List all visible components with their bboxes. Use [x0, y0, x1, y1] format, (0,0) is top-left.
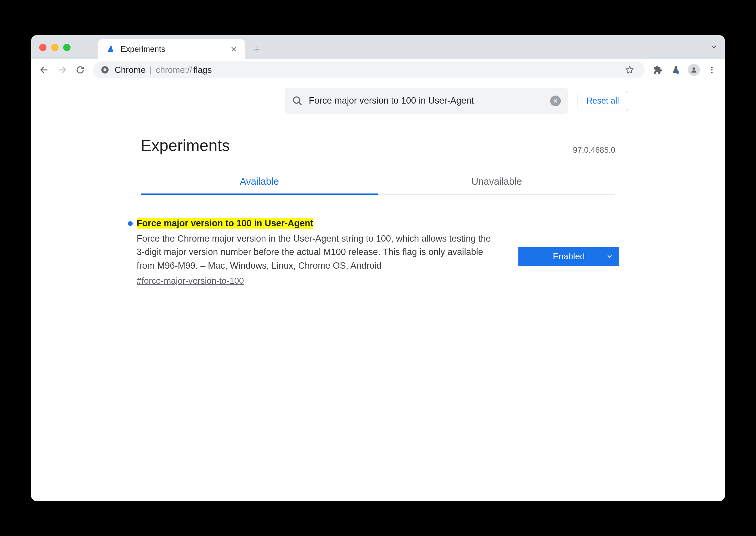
window-maximize-button[interactable] [63, 44, 71, 51]
avatar-icon [688, 64, 700, 76]
svg-point-2 [676, 71, 679, 74]
forward-button[interactable] [54, 62, 70, 78]
address-separator: | [149, 65, 152, 75]
address-bar[interactable]: Chrome | chrome://flags [93, 61, 645, 78]
chrome-icon [101, 65, 109, 74]
browser-window: Experiments Chrome | [31, 35, 725, 501]
reload-button[interactable] [73, 62, 88, 78]
tab-unavailable[interactable]: Unavailable [378, 169, 615, 194]
flag-permalink[interactable]: #force-major-version-to-100 [137, 276, 244, 286]
tabs-row: Available Unavailable [141, 169, 615, 195]
flag-state-dropdown[interactable]: Enabled [518, 247, 619, 266]
modified-indicator-dot [128, 221, 133, 226]
flag-description: Force the Chrome major version in the Us… [137, 232, 494, 273]
tabs-overflow-button[interactable] [710, 42, 718, 51]
svg-point-5 [711, 69, 713, 71]
address-text: Chrome | chrome://flags [115, 65, 212, 75]
tab-available[interactable]: Available [141, 169, 378, 194]
svg-point-6 [711, 72, 713, 73]
flag-text-block: Force major version to 100 in User-Agent… [137, 218, 505, 286]
flag-item: Force major version to 100 in User-Agent… [137, 218, 619, 286]
svg-point-3 [692, 68, 695, 70]
svg-line-8 [299, 102, 301, 105]
svg-point-4 [711, 66, 713, 68]
labs-icon[interactable] [668, 62, 683, 78]
reset-all-button[interactable]: Reset all [578, 91, 628, 111]
address-path: flags [194, 65, 212, 75]
search-row: Reset all [31, 81, 725, 121]
svg-point-7 [293, 97, 300, 103]
toolbar: Chrome | chrome://flags [31, 59, 725, 81]
new-tab-button[interactable] [249, 41, 265, 57]
flag-state-value: Enabled [553, 251, 585, 262]
page-content: Reset all Experiments 97.0.4685.0 Availa… [31, 81, 725, 501]
flag-title: Force major version to 100 in User-Agent [137, 218, 313, 229]
tab-title: Experiments [121, 44, 224, 54]
window-close-button[interactable] [39, 44, 46, 51]
tab-bar: Experiments [31, 35, 725, 59]
browser-tab[interactable]: Experiments [98, 39, 245, 59]
traffic-lights [39, 44, 71, 51]
bookmark-star-icon[interactable] [622, 62, 637, 78]
clear-search-button[interactable] [550, 96, 561, 106]
svg-point-1 [103, 68, 106, 71]
address-origin: Chrome [115, 65, 145, 75]
menu-button[interactable] [704, 62, 720, 78]
tab-close-button[interactable] [229, 44, 238, 54]
address-scheme: chrome:// [156, 65, 192, 75]
search-icon [292, 96, 303, 106]
search-input[interactable] [309, 96, 544, 106]
window-minimize-button[interactable] [51, 44, 58, 51]
version-label: 97.0.4685.0 [573, 145, 615, 155]
chevron-down-icon [606, 253, 613, 260]
extensions-icon[interactable] [650, 62, 665, 78]
search-box[interactable] [285, 88, 568, 114]
header-row: Experiments 97.0.4685.0 [141, 136, 615, 155]
profile-button[interactable] [686, 62, 702, 78]
flask-icon [106, 44, 115, 54]
page-title: Experiments [141, 136, 230, 155]
back-button[interactable] [36, 62, 52, 78]
